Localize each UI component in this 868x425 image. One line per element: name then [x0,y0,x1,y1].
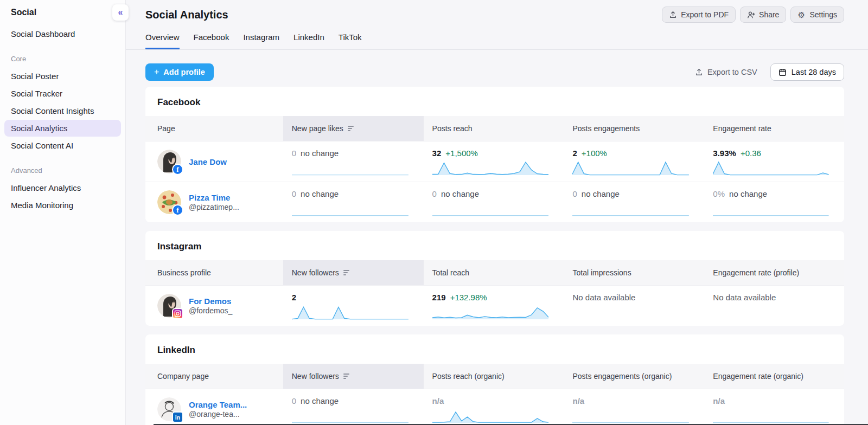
column-header-posts-reach[interactable]: Posts reach [424,116,564,141]
column-header-total-reach[interactable]: Total reach [424,260,564,285]
column-header-label: Total impressions [572,268,631,277]
column-header-label: Business profile [157,268,211,277]
trend-sparkline [292,407,409,423]
sidebar-item-social-analytics[interactable]: Social Analytics [4,120,121,137]
sidebar-item-social-content-ai[interactable]: Social Content AI [4,137,121,154]
person-add-icon [747,11,755,19]
add-profile-label: Add profile [163,68,205,76]
column-header-posts-reach-organic[interactable]: Posts reach (organic) [424,364,564,389]
settings-button[interactable]: ⚙Settings [790,7,844,23]
share-button[interactable]: Share [740,7,786,23]
column-header-label: Posts reach [432,124,473,133]
toolbar-right: Export to CSV Last 28 days [695,63,844,81]
metric-cell: 0no change [564,182,704,222]
sidebar-item-media-monitoring[interactable]: Media Monitoring [4,197,121,214]
tab-facebook[interactable]: Facebook [194,33,229,49]
column-header-engagement-rate-organic[interactable]: Engagement rate (organic) [704,364,844,389]
metric-cell: 0no change [283,141,424,182]
metric-cell: 0%no change [704,182,844,222]
profile-avatar: f [157,150,181,173]
table-row-jane-dow: fJane Dow0no change32+1,500%2+100%3.93%+… [145,141,844,182]
column-header-total-impressions[interactable]: Total impressions [564,260,704,285]
profile-name-link[interactable]: Jane Dow [189,157,227,166]
tab-instagram[interactable]: Instagram [243,33,279,49]
metric-note: no change [301,396,339,405]
sidebar-item-social-content-insights[interactable]: Social Content Insights [4,102,121,119]
column-header-new-followers[interactable]: New followers [283,364,424,389]
trend-sparkline [292,304,409,320]
profile-avatar: in [157,397,181,421]
column-header-posts-engagements[interactable]: Posts engagements [564,116,704,141]
plus-icon: + [154,68,159,76]
column-header-company-page[interactable]: Company page [145,364,283,389]
profile-cell: fJane Dow [145,141,283,182]
profile-name-link[interactable]: For Demos [189,297,232,306]
sidebar-title: Social [11,8,36,17]
trend-sparkline [432,407,549,423]
metric-note: no change [441,189,479,198]
metric-value: 0% [713,189,725,198]
column-header-business-profile[interactable]: Business profile [145,260,283,285]
profile-handle: @pizzatimep... [189,203,239,211]
metric-cell: No data available [564,286,704,326]
table-header-row: Company pageNew followersPosts reach (or… [145,364,844,389]
column-header-posts-engagements-organic[interactable]: Posts engagements (organic) [564,364,704,389]
metric-note: No data available [713,293,776,302]
profile-handle: @fordemos_ [189,306,232,315]
tab-linkedin[interactable]: LinkedIn [293,33,324,49]
metric-value: 219 [432,293,446,302]
table-header-row: PageNew page likesPosts reachPosts engag… [145,116,844,141]
profile-handle: @orange-tea... [189,410,240,418]
column-header-engagement-rate[interactable]: Engagement rate [704,116,844,141]
column-header-label: Posts reach (organic) [432,372,505,381]
trend-sparkline [292,159,409,176]
sort-descending-icon [348,126,354,131]
add-profile-button[interactable]: + Add profile [145,63,214,81]
profile-name-link[interactable]: Pizza Time [189,193,239,202]
metric-note: No data available [572,293,635,302]
sidebar-item-social-poster[interactable]: Social Poster [4,68,121,85]
column-header-page[interactable]: Page [145,116,283,141]
column-header-new-page-likes[interactable]: New page likes [283,116,424,141]
tab-tiktok[interactable]: TikTok [339,33,362,49]
trend-sparkline [713,159,829,176]
column-header-engagement-rate-profile[interactable]: Engagement rate (profile) [704,260,844,285]
sidebar-item-social-dashboard[interactable]: Social Dashboard [4,25,121,42]
instagram-badge-icon [172,308,183,319]
date-range-button[interactable]: Last 28 days [770,63,844,81]
sidebar-collapse-button[interactable]: « [112,4,129,21]
column-header-label: New followers [292,372,339,381]
settings-label: Settings [809,10,837,19]
sidebar-item-social-tracker[interactable]: Social Tracker [4,85,121,102]
profile-cell: inOrange Team...@orange-tea... [145,389,283,425]
metric-value: 0 [292,149,296,158]
share-label: Share [759,10,779,19]
profile-cell: For Demos@fordemos_ [145,286,283,326]
metric-cell: No data available [704,286,844,326]
metric-change: +1,500% [445,149,478,158]
trend-sparkline [713,200,829,216]
metric-value: 0 [292,189,296,198]
sidebar-header: Social [0,0,125,21]
card-linkedin: LinkedInCompany pageNew followersPosts r… [145,334,844,425]
sidebar: Social « Social DashboardCoreSocial Post… [0,0,126,425]
column-header-label: Engagement rate (organic) [713,372,803,381]
trend-sparkline [432,304,549,320]
export-to-pdf-button[interactable]: Export to PDF [662,7,736,23]
sidebar-item-influencer-analytics[interactable]: Influencer Analytics [4,179,121,196]
trend-sparkline [432,200,549,216]
tab-overview[interactable]: Overview [145,33,180,49]
topbar: Social Analytics Export to PDFShare⚙Sett… [126,0,868,25]
metric-cell: 32+1,500% [424,141,564,182]
trend-sparkline [572,407,689,423]
metric-value: 32 [432,149,442,158]
metric-note: no change [582,189,620,198]
metric-value: 2 [292,293,296,302]
profile-name-link[interactable]: Orange Team... [189,400,247,409]
metric-note: no change [301,149,339,158]
column-header-label: Total reach [432,268,469,277]
sort-descending-icon [343,374,349,379]
column-header-new-followers[interactable]: New followers [283,260,424,285]
sidebar-section-label-core: Core [4,43,121,67]
export-csv-button[interactable]: Export to CSV [695,68,757,76]
